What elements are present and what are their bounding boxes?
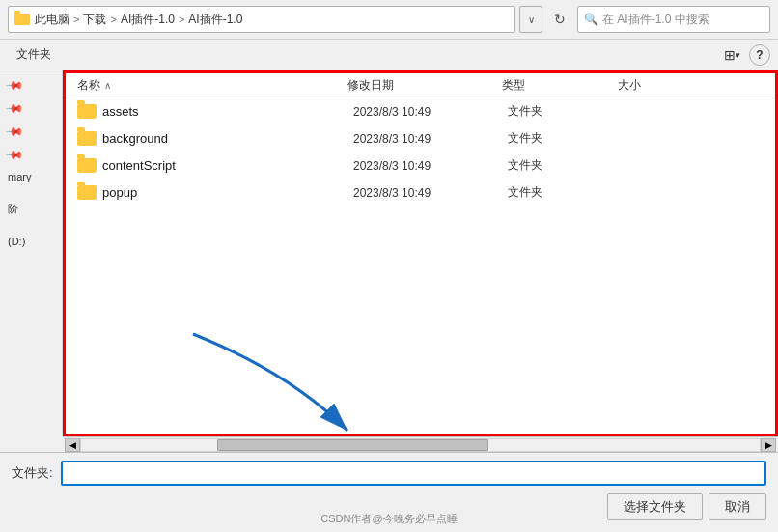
scroll-right-button[interactable]: ▶ bbox=[761, 438, 776, 452]
file-name: popup bbox=[102, 185, 353, 200]
sort-asc-icon: ∧ bbox=[104, 80, 111, 91]
file-list[interactable]: assets 2023/8/3 10:49 文件夹 background 202… bbox=[66, 98, 775, 434]
folder-icon bbox=[14, 14, 30, 25]
sidebar-item-drive-d[interactable]: (D:) bbox=[0, 232, 62, 251]
file-name: background bbox=[102, 131, 353, 146]
sidebar-label: (D:) bbox=[8, 236, 25, 247]
chevron-down-icon: ▾ bbox=[736, 50, 740, 60]
file-date: 2023/8/3 10:49 bbox=[353, 132, 508, 146]
file-type: 文件夹 bbox=[508, 157, 624, 174]
content-area: 📌 📌 📌 📌 mary 阶 (D:) bbox=[0, 70, 778, 436]
sidebar-item-pin-1[interactable]: 📌 bbox=[0, 98, 62, 119]
sidebar-label: mary bbox=[8, 171, 31, 182]
column-header-size[interactable]: 大小 bbox=[618, 77, 764, 94]
refresh-button[interactable]: ↻ bbox=[546, 6, 573, 33]
column-header-date[interactable]: 修改日期 bbox=[347, 77, 502, 94]
search-icon: 🔍 bbox=[584, 13, 598, 26]
column-header-name[interactable]: 名称 ∧ bbox=[77, 77, 347, 94]
folder-input[interactable] bbox=[61, 461, 766, 486]
view-button[interactable]: ⊞ ▾ bbox=[718, 43, 745, 67]
address-bar: 此电脑 > 下载 > AI插件-1.0 > AI插件-1.0 ∨ ↻ 🔍 在 A… bbox=[0, 0, 778, 40]
sidebar-item-mary[interactable]: mary bbox=[0, 167, 62, 186]
file-type: 文件夹 bbox=[508, 184, 624, 201]
refresh-icon: ↻ bbox=[554, 12, 566, 27]
select-folder-button[interactable]: 选择文件夹 bbox=[607, 493, 703, 520]
scroll-track[interactable] bbox=[80, 438, 761, 452]
toolbar: 文件夹 ⊞ ▾ ? bbox=[0, 40, 778, 70]
breadcrumb[interactable]: 此电脑 > 下载 > AI插件-1.0 > AI插件-1.0 bbox=[8, 6, 515, 33]
file-name: contentScript bbox=[102, 158, 353, 173]
pin-icon: 📌 bbox=[5, 122, 25, 142]
address-dropdown[interactable]: ∨ bbox=[519, 6, 542, 33]
sidebar-item-jie[interactable]: 阶 bbox=[0, 198, 62, 220]
folder-icon bbox=[77, 158, 97, 173]
sidebar-item-pin-2[interactable]: 📌 bbox=[0, 121, 62, 142]
table-row[interactable]: contentScript 2023/8/3 10:49 文件夹 bbox=[66, 153, 775, 180]
sidebar: 📌 📌 📌 📌 mary 阶 (D:) bbox=[0, 70, 63, 436]
file-date: 2023/8/3 10:49 bbox=[353, 105, 508, 119]
file-name: assets bbox=[102, 104, 353, 119]
breadcrumb-item-2: AI插件-1.0 > bbox=[121, 12, 186, 28]
sidebar-item-pin-3[interactable]: 📌 bbox=[0, 144, 62, 165]
table-row[interactable]: background 2023/8/3 10:49 文件夹 bbox=[66, 126, 775, 153]
scroll-left-button[interactable]: ◀ bbox=[65, 438, 80, 452]
file-type: 文件夹 bbox=[508, 103, 624, 120]
folder-icon bbox=[77, 131, 97, 146]
table-row[interactable]: popup 2023/8/3 10:49 文件夹 bbox=[66, 180, 775, 207]
search-box[interactable]: 🔍 在 AI插件-1.0 中搜索 bbox=[577, 6, 770, 33]
breadcrumb-item-0: 此电脑 > bbox=[35, 12, 81, 28]
breadcrumb-item-1: 下载 > bbox=[83, 12, 118, 28]
folder-label: 文件夹: bbox=[12, 464, 53, 482]
column-header-type[interactable]: 类型 bbox=[502, 77, 618, 94]
cancel-button[interactable]: 取消 bbox=[709, 493, 766, 520]
file-date: 2023/8/3 10:49 bbox=[353, 159, 508, 173]
sidebar-label: 阶 bbox=[8, 202, 18, 216]
breadcrumb-item-3: AI插件-1.0 bbox=[188, 12, 242, 28]
file-area: 名称 ∧ 修改日期 类型 大小 assets 202 bbox=[63, 70, 778, 436]
help-button[interactable]: ? bbox=[749, 44, 770, 66]
horizontal-scrollbar[interactable]: ◀ ▶ bbox=[63, 436, 778, 452]
sidebar-item-blank[interactable] bbox=[0, 188, 62, 196]
file-type: 文件夹 bbox=[508, 130, 624, 147]
folder-toolbar-btn[interactable]: 文件夹 bbox=[8, 42, 60, 67]
help-icon: ? bbox=[756, 48, 763, 62]
table-row[interactable]: assets 2023/8/3 10:49 文件夹 bbox=[66, 98, 775, 126]
sidebar-item-pin-0[interactable]: 📌 bbox=[0, 74, 62, 96]
pin-icon: 📌 bbox=[5, 98, 25, 119]
view-icon: ⊞ bbox=[724, 47, 736, 63]
folder-icon bbox=[77, 104, 97, 119]
pin-icon: 📌 bbox=[5, 75, 25, 96]
sidebar-item-blank2[interactable] bbox=[0, 222, 62, 230]
scroll-thumb[interactable] bbox=[217, 439, 488, 451]
pin-icon: 📌 bbox=[5, 145, 25, 165]
file-dialog: 此电脑 > 下载 > AI插件-1.0 > AI插件-1.0 ∨ ↻ 🔍 在 A… bbox=[0, 0, 778, 532]
file-header: 名称 ∧ 修改日期 类型 大小 bbox=[66, 73, 775, 98]
toolbar-right: ⊞ ▾ ? bbox=[718, 43, 770, 67]
watermark: CSDN作者@今晚务必早点睡 bbox=[320, 512, 457, 526]
file-date: 2023/8/3 10:49 bbox=[353, 186, 508, 200]
search-placeholder: 在 AI插件-1.0 中搜索 bbox=[602, 12, 709, 28]
folder-icon bbox=[77, 185, 97, 200]
folder-input-row: 文件夹: bbox=[12, 461, 766, 486]
